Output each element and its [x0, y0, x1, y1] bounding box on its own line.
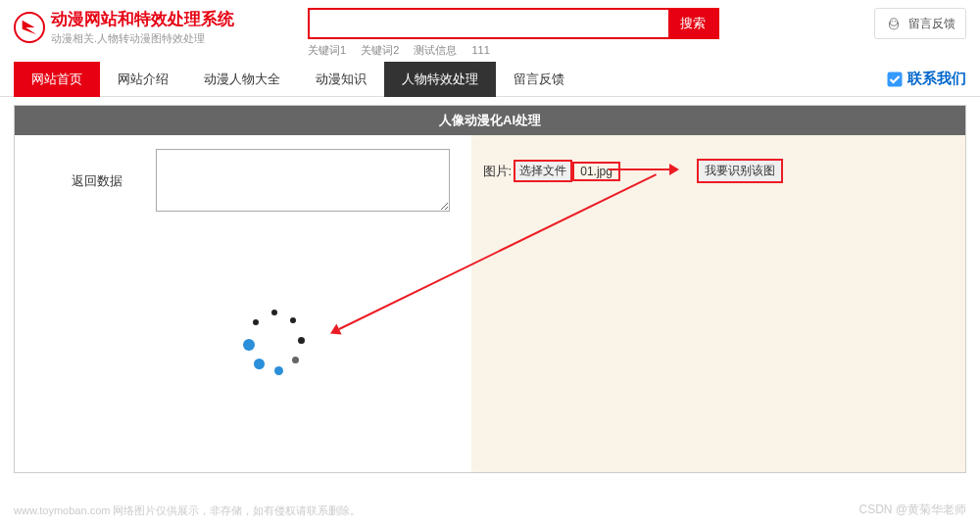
keyword-link[interactable]: 关键词2 [361, 44, 399, 56]
nav-feedback[interactable]: 留言反馈 [496, 62, 582, 97]
check-icon [886, 71, 904, 88]
nav-characters[interactable]: 动漫人物大全 [186, 62, 298, 97]
feedback-label: 留言反馈 [908, 16, 956, 32]
choose-file-button[interactable]: 选择文件 [514, 160, 572, 182]
search-input[interactable] [310, 10, 668, 37]
contact-link[interactable]: 联系我们 [886, 70, 966, 88]
headset-icon [885, 15, 903, 32]
site-title: 动漫网站和特效处理系统 [51, 8, 234, 30]
main-panel: 人像动漫化AI处理 返回数据 [14, 105, 966, 473]
search-button[interactable]: 搜索 [668, 10, 717, 37]
keyword-link[interactable]: 测试信息 [414, 44, 457, 56]
annotation-arrow-icon [609, 164, 679, 175]
logo-icon [14, 12, 45, 43]
return-data-textarea[interactable] [156, 149, 450, 212]
nav-effects[interactable]: 人物特效处理 [384, 62, 496, 97]
preview-area [172, 225, 377, 460]
feedback-button[interactable]: 留言反馈 [874, 8, 966, 39]
image-label: 图片: [483, 163, 513, 180]
loading-spinner-icon [241, 310, 308, 376]
recognize-button[interactable]: 我要识别该图 [697, 159, 783, 183]
search-box: 搜索 [308, 8, 719, 39]
panel-title: 人像动漫化AI处理 [15, 106, 965, 135]
nav-about[interactable]: 网站介绍 [100, 62, 186, 97]
main-nav: 网站首页 网站介绍 动漫人物大全 动漫知识 人物特效处理 留言反馈 联系我们 [0, 62, 980, 97]
logo-area: 动漫网站和特效处理系统 动漫相关.人物转动漫图特效处理 [14, 8, 308, 46]
return-data-label: 返回数据 [38, 149, 156, 190]
svg-point-1 [892, 21, 894, 23]
svg-point-2 [895, 21, 897, 23]
nav-home[interactable]: 网站首页 [14, 62, 100, 97]
nav-knowledge[interactable]: 动漫知识 [298, 62, 384, 97]
site-subtitle: 动漫相关.人物转动漫图特效处理 [51, 31, 234, 46]
svg-point-0 [890, 19, 898, 26]
search-keywords: 关键词1 关键词2 测试信息 111 [308, 43, 874, 58]
keyword-link[interactable]: 111 [471, 44, 489, 56]
keyword-link[interactable]: 关键词1 [308, 44, 346, 56]
